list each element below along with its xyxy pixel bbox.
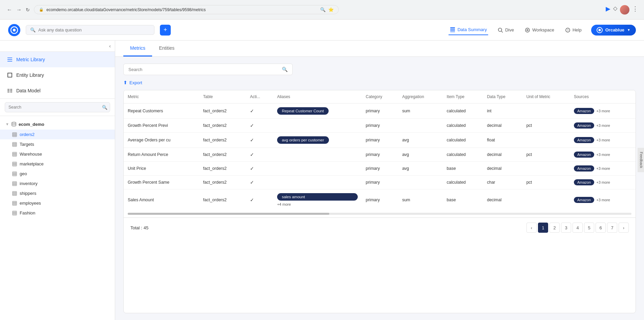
table-grid-icon-marketplace [12, 162, 17, 166]
forward-button[interactable]: → [15, 5, 23, 14]
metrics-search-input[interactable] [128, 67, 279, 72]
tab-metrics[interactable]: Metrics [123, 41, 152, 56]
svg-rect-41 [13, 162, 17, 166]
active-check-icon: ✓ [250, 152, 254, 157]
tree-item-targets[interactable]: Targets [0, 139, 115, 149]
more-sources: +3 more [596, 180, 610, 184]
tree-item-employees[interactable]: employees [0, 198, 115, 208]
more-sources: +3 more [596, 109, 610, 113]
content-tabs: Metrics Entities [115, 41, 644, 57]
brand-dropdown-icon: ▼ [627, 28, 630, 32]
tree-item-marketplace[interactable]: marketplace [0, 159, 115, 169]
cell-unit [522, 162, 570, 176]
tree-item-shippers[interactable]: shippers [0, 188, 115, 198]
more-sources: +3 more [596, 138, 610, 142]
page-button-1[interactable]: 1 [538, 223, 548, 233]
cell-item-type: base [443, 189, 483, 210]
table-row[interactable]: Growth Percent Same fact_orders2 ✓ prima… [124, 176, 636, 189]
prev-page-button[interactable]: ‹ [526, 223, 537, 233]
table-row[interactable]: Repeat Customers fact_orders2 ✓ Repeat C… [124, 104, 636, 119]
cell-item-type: calculated [443, 119, 483, 133]
cell-metric: Average Orders per cu [124, 133, 199, 148]
feedback-tab[interactable]: Feedback [638, 148, 644, 172]
cell-active: ✓ [246, 162, 273, 176]
svg-rect-46 [13, 172, 17, 176]
cell-unit: pct [522, 148, 570, 162]
page-button-6[interactable]: 6 [596, 223, 606, 233]
table-row[interactable]: Average Orders per cu fact_orders2 ✓ avg… [124, 133, 636, 148]
tree-item-fashion[interactable]: Fashion [0, 208, 115, 218]
tree-item-inventory[interactable]: inventory [0, 179, 115, 188]
url-bar[interactable]: ecomdemo.orcablue.cloud/dataGovernance/m… [46, 7, 317, 12]
database-icon [11, 121, 17, 127]
page-buttons: ‹ 1 2 3 4 5 6 7 › [526, 223, 629, 233]
cell-table: fact_orders2 [199, 133, 246, 148]
refresh-button[interactable]: ↻ [24, 5, 31, 14]
sidebar-item-entity-library[interactable]: Entity Library [0, 67, 115, 83]
table-grid-icon-warehouse [12, 152, 17, 157]
cell-active: ✓ [246, 119, 273, 133]
cell-table: fact_orders2 [199, 189, 246, 210]
page-button-3[interactable]: 3 [561, 223, 571, 233]
more-sources: +3 more [596, 123, 610, 128]
table-row[interactable]: Sales Amount fact_orders2 ✓ sales amount… [124, 189, 636, 210]
horizontal-scrollbar[interactable] [124, 210, 636, 218]
sidebar-item-metric-library[interactable]: Metric Library [0, 52, 115, 67]
metrics-search-bar[interactable]: 🔍 [123, 64, 293, 75]
export-row[interactable]: ⬆ Export [123, 80, 636, 85]
table-row[interactable]: Return Amount Perce fact_orders2 ✓ prima… [124, 148, 636, 162]
metrics-search-icon: 🔍 [282, 67, 288, 72]
browser-chrome: ← → ↻ 🔒 ecomdemo.orcablue.cloud/dataGove… [0, 0, 644, 20]
sidebar-item-data-model[interactable]: Data Model [0, 83, 115, 98]
tree-root-ecom-demo[interactable]: ▼ ecom_demo [0, 119, 115, 130]
extension-icon-1[interactable]: ▶ [606, 5, 610, 15]
alias-badge: avg orders per customer [277, 136, 329, 144]
tree-root-label: ecom_demo [19, 122, 44, 127]
brand-button[interactable]: Orcablue ▼ [591, 25, 636, 36]
cell-data-type: int [483, 104, 522, 119]
tree-item-geo[interactable]: geo [0, 169, 115, 179]
sidebar: ‹ Metric Library Entity Library Data Mod… [0, 41, 115, 320]
add-button[interactable]: + [160, 25, 171, 36]
menu-icon[interactable]: ⋮ [632, 5, 639, 15]
table-grid-icon [12, 132, 17, 137]
cell-table: fact_orders2 [199, 104, 246, 119]
page-button-4[interactable]: 4 [573, 223, 583, 233]
dive-icon [498, 27, 503, 33]
tree-item-orders2[interactable]: orders2 [0, 130, 115, 139]
nav-data-summary[interactable]: Data Summary [449, 25, 488, 35]
collapse-button[interactable]: ‹ [109, 43, 111, 49]
tree-item-geo-label: geo [20, 171, 27, 176]
table-row[interactable]: Growth Percent Previ fact_orders2 ✓ prim… [124, 119, 636, 133]
col-category: Category [362, 90, 398, 104]
nav-workspace[interactable]: Workspace [523, 25, 556, 35]
nav-dive[interactable]: Dive [496, 25, 515, 35]
cell-category: primary [362, 189, 398, 210]
cell-table: fact_orders2 [199, 162, 246, 176]
page-button-5[interactable]: 5 [584, 223, 594, 233]
sidebar-search-input[interactable] [5, 102, 110, 112]
extension-icon-2[interactable]: ◇ [613, 5, 617, 15]
svg-point-8 [525, 28, 529, 32]
global-search-input[interactable] [38, 27, 150, 32]
brand-logo-icon [597, 27, 603, 33]
page-button-2[interactable]: 2 [549, 223, 560, 233]
nav-help[interactable]: ? Help [564, 25, 583, 35]
cell-aggregation: avg [398, 162, 442, 176]
sidebar-nav: Metric Library Entity Library Data Model [0, 52, 115, 99]
back-button[interactable]: ← [5, 5, 14, 14]
active-check-icon: ✓ [250, 123, 254, 128]
nav-dive-label: Dive [505, 27, 514, 32]
next-page-button[interactable]: › [619, 223, 629, 233]
svg-point-25 [12, 122, 16, 123]
cell-metric: Growth Percent Previ [124, 119, 199, 133]
page-button-7[interactable]: 7 [607, 223, 617, 233]
global-search-bar[interactable]: 🔍 [26, 25, 154, 35]
tab-entities[interactable]: Entities [152, 41, 181, 56]
table-row[interactable]: Unit Price fact_orders2 ✓ primary avg ba… [124, 162, 636, 176]
tree-item-warehouse[interactable]: Warehouse [0, 149, 115, 159]
cell-sources: Amazon +3 more [570, 189, 636, 210]
extension-icon-3[interactable] [620, 5, 629, 15]
tree-item-shippers-label: shippers [20, 191, 36, 196]
export-icon: ⬆ [123, 80, 127, 85]
